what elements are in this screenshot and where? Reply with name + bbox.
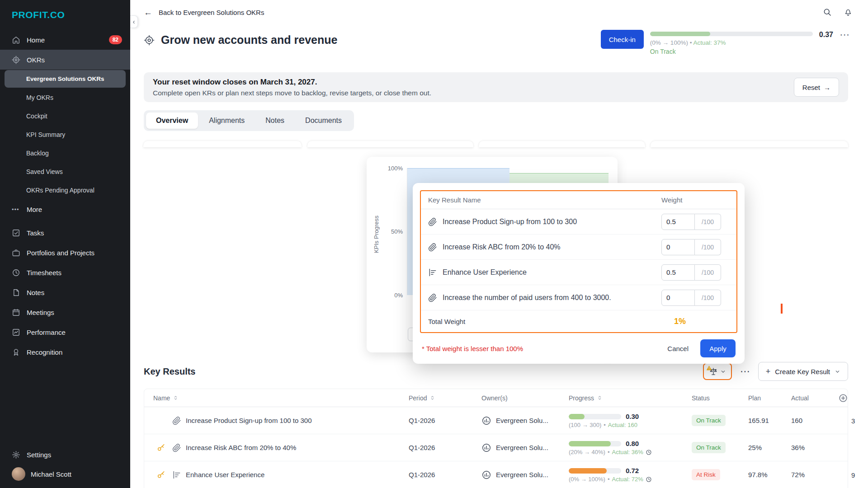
kr-progress-cell: 0.80 (20% → 40%)•Actual: 36%	[560, 440, 683, 455]
weight-max: /100	[695, 264, 721, 281]
back-link[interactable]: ← Back to Evergreen Solutions OKRs	[144, 8, 264, 17]
create-key-result-button[interactable]: + Create Key Result	[758, 362, 848, 381]
weight-input[interactable]	[661, 264, 695, 281]
search-icon[interactable]	[823, 8, 832, 17]
key-result-row[interactable]: Enhance User Experience Q1-2026 Evergree…	[144, 461, 848, 488]
sidebar-item-notes[interactable]: Notes	[0, 282, 130, 302]
create-key-result-label: Create Key Result	[775, 368, 830, 375]
summary-card-top	[143, 141, 302, 147]
apply-button[interactable]: Apply	[700, 339, 736, 357]
key-slot	[157, 444, 168, 452]
arrow-right-icon: →	[824, 84, 830, 91]
kr-clipped-value: 9	[851, 471, 855, 479]
sidebar-item-my-okrs[interactable]: My OKRs	[0, 88, 130, 107]
kr-progress-cell: 0.30 (100 → 300)•Actual: 160	[560, 413, 683, 428]
sidebar-item-backlog[interactable]: Backlog	[0, 144, 130, 162]
sidebar-sub-label: Backlog	[26, 150, 49, 157]
sort-icon[interactable]	[429, 395, 435, 401]
sidebar-item-more[interactable]: ••• More	[0, 199, 130, 219]
key-result-row[interactable]: Increase Risk ABC from 20% to 40% Q1-202…	[144, 434, 848, 461]
sidebar-item-home[interactable]: Home 82	[0, 30, 130, 50]
weight-row: Enhance User Experience /100	[421, 260, 736, 285]
kr-progress-subtext: (20% → 40%)•Actual: 36%	[569, 449, 683, 455]
sidebar-item-okrs-pending-approval[interactable]: OKRs Pending Approval	[0, 181, 130, 199]
objective-title-group: Grow new accounts and revenue	[144, 33, 337, 47]
sidebar-label: Tasks	[27, 229, 44, 237]
sidebar-item-evergreen-solutions-okrs[interactable]: Evergreen Solutions OKRs	[5, 70, 126, 88]
sort-icon[interactable]	[173, 395, 179, 401]
weights-table-header: Key Result Name Weight	[421, 191, 736, 209]
kr-progress-fill	[569, 414, 585, 419]
status-badge: At Risk	[692, 469, 720, 480]
sidebar-label: Home	[27, 36, 45, 44]
kr-period: Q1-2026	[400, 444, 472, 451]
kr-name[interactable]: Enhance User Experience	[186, 471, 264, 479]
kr-score: 0.80	[626, 440, 639, 447]
collapse-chevron-icon: ‹	[133, 18, 135, 25]
reset-button[interactable]: Reset →	[794, 78, 839, 97]
sidebar-item-cockpit[interactable]: Cockpit	[0, 107, 130, 125]
column-name: Name	[144, 394, 400, 402]
cancel-button[interactable]: Cancel	[667, 345, 689, 352]
kr-name[interactable]: Increase Risk ABC from 20% to 40%	[186, 444, 296, 451]
tab-bar: Overview Alignments Notes Documents	[144, 110, 354, 131]
kr-period: Q1-2026	[400, 417, 472, 424]
sidebar-item-performance[interactable]: Performance	[0, 322, 130, 342]
sidebar-item-timesheets[interactable]: Timesheets	[0, 263, 130, 282]
key-result-row[interactable]: Increase Product Sign-up from 100 to 300…	[144, 407, 848, 434]
sidebar-collapse-button[interactable]: ‹	[130, 15, 138, 28]
cursor-artifact	[781, 304, 783, 314]
profit-co-logo: PROFIT.CO	[0, 0, 130, 30]
sidebar-item-portfolios-and-projects[interactable]: Portfolios and Projects	[0, 243, 130, 263]
tab-overview[interactable]: Overview	[146, 113, 198, 129]
assign-weights-button[interactable]	[703, 363, 732, 380]
sort-icon[interactable]	[597, 395, 603, 401]
back-arrow-icon: ←	[144, 8, 152, 17]
sidebar-item-kpi-summary[interactable]: KPI Summary	[0, 125, 130, 144]
sidebar-item-settings[interactable]: Settings	[0, 445, 130, 465]
sidebar-sub-label: OKRs Pending Approval	[26, 187, 94, 194]
home-icon	[12, 36, 20, 44]
calendar-icon	[12, 308, 20, 317]
sidebar-item-recognition[interactable]: Recognition	[0, 342, 130, 362]
key-results-header: Key Results ⋯ + Create Key Result	[144, 361, 848, 381]
kr-name[interactable]: Increase Product Sign-up from 100 to 300	[186, 417, 312, 424]
sidebar-sub-label: Evergreen Solutions OKRs	[26, 75, 104, 82]
weight-input[interactable]	[661, 290, 695, 306]
sidebar-label: Performance	[27, 328, 66, 336]
kr-actual: 72%	[782, 471, 829, 479]
kr-owner-cell: Evergreen Solu...	[472, 443, 560, 453]
main-content: ← Back to Evergreen Solutions OKRs Grow …	[130, 0, 868, 488]
topbar: ← Back to Evergreen Solutions OKRs	[130, 0, 868, 24]
sidebar-item-tasks[interactable]: Tasks	[0, 223, 130, 243]
chart-tick-50: 50%	[379, 228, 403, 235]
topbar-icons	[823, 8, 853, 17]
sidebar-user[interactable]: Michael Scott	[0, 465, 130, 488]
more-horizontal-icon[interactable]: ⋯	[737, 366, 753, 376]
objective-score: 0.37	[819, 31, 833, 39]
kr-progress-bar	[569, 414, 621, 419]
column-progress: Progress	[560, 394, 683, 402]
chart-icon	[12, 328, 20, 337]
tab-documents[interactable]: Documents	[295, 113, 352, 129]
check-in-button[interactable]: Check-in	[601, 30, 644, 49]
kr-name-cell: Increase Risk ABC from 20% to 40%	[144, 443, 400, 452]
tracked-kr-icon	[172, 470, 181, 479]
weight-max: /100	[695, 239, 721, 255]
key-slot	[157, 471, 168, 479]
bell-icon[interactable]	[844, 8, 853, 17]
add-column-icon[interactable]	[838, 393, 848, 403]
weight-input[interactable]	[661, 239, 695, 255]
owner-org-icon	[481, 470, 491, 480]
more-horizontal-icon[interactable]: ⋯	[840, 30, 850, 40]
sidebar-spacer	[0, 362, 130, 445]
column-period: Period	[400, 394, 472, 402]
sidebar-item-meetings[interactable]: Meetings	[0, 302, 130, 322]
weight-input[interactable]	[661, 214, 695, 230]
overview-content: KPIs Progress 100% 50% 0% K Key Result N…	[130, 136, 868, 465]
summary-card-top	[479, 141, 645, 147]
tab-alignments[interactable]: Alignments	[199, 113, 255, 129]
sidebar-item-saved-views[interactable]: Saved Views	[0, 162, 130, 181]
sidebar-item-okrs[interactable]: OKRs	[0, 50, 130, 70]
tab-notes[interactable]: Notes	[255, 113, 294, 129]
